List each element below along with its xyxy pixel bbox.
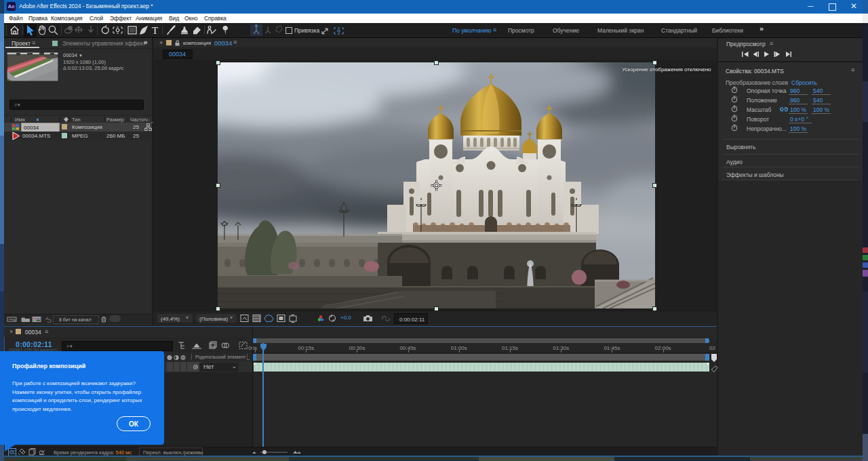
svg-text:T: T bbox=[152, 25, 158, 36]
